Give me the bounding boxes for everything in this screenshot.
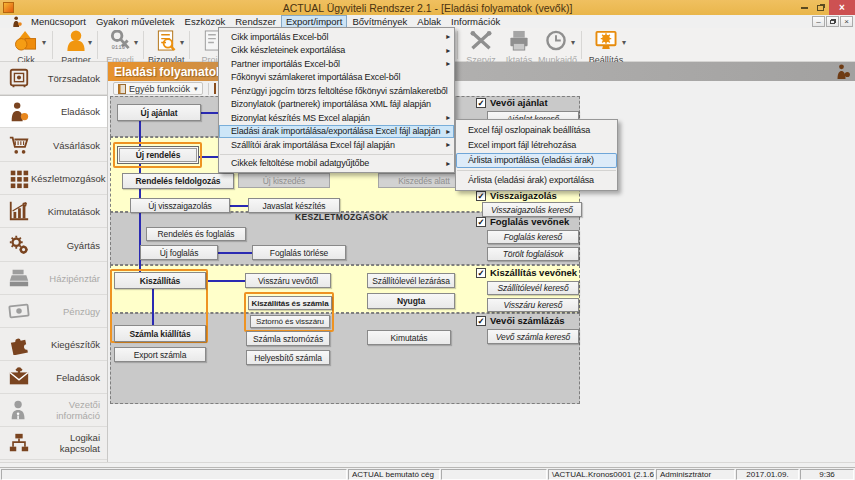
restore-button[interactable] bbox=[813, 0, 828, 15]
menu-item-penzugyi-jogcim[interactable]: Pénzügyi jogcím törzs feltöltése főkönyv… bbox=[219, 84, 454, 98]
bizonylat-dropdown-arrow[interactable]: ▾ bbox=[180, 38, 184, 47]
sidebar-item-vezetoi-informacio[interactable]: Vezetői információ bbox=[0, 394, 107, 427]
org-chart-icon bbox=[7, 432, 31, 454]
foglalas-torlese-button[interactable]: Foglalás törlése bbox=[252, 245, 346, 260]
partner-dropdown-arrow[interactable]: ▾ bbox=[88, 38, 92, 47]
munkaido-dropdown-arrow[interactable]: ▾ bbox=[571, 38, 575, 47]
sidebar-item-hazipenztar[interactable]: Házipénztár bbox=[0, 262, 107, 295]
chart-icon bbox=[7, 200, 31, 222]
titlebar: ACTUAL Ügyviteli Rendszer 2.1 - [Eladási… bbox=[0, 0, 855, 15]
uj-ajanlat-button[interactable]: Új ajánlat bbox=[117, 104, 201, 121]
uj-visszaigazolas-button[interactable]: Új visszaigazolás bbox=[130, 198, 230, 213]
sztorno-es-visszaru-button[interactable]: Sztornó és visszáru bbox=[250, 315, 330, 328]
submenu-item-excel-oszlopok[interactable]: Excel fájl oszlopainak beállítása bbox=[456, 122, 617, 137]
szamla-sztornozas-button[interactable]: Számla sztornózás bbox=[246, 331, 330, 346]
javaslat-keszites-button[interactable]: Javaslat készítés bbox=[248, 198, 340, 213]
submenu-arrow-icon: ▸ bbox=[446, 59, 450, 68]
menu-item-eladasi-arak[interactable]: Eladási árak importálása/exportálása Exc… bbox=[219, 125, 454, 139]
submenu-item-arlista-exportalasa[interactable]: Árlista (eladási árak) exportálása bbox=[456, 173, 617, 188]
sidebar-item-eladasok[interactable]: Eladások bbox=[0, 95, 107, 128]
puzzle-icon bbox=[7, 333, 31, 355]
export-import-submenu: Excel fájl oszlopainak beállítása Excel … bbox=[455, 119, 618, 191]
beallitas-dropdown-arrow[interactable]: ▾ bbox=[622, 38, 626, 47]
menubar-item-menucsoport[interactable]: Menücsoport bbox=[26, 15, 91, 28]
sidebar-item-logikai-kapcsolat[interactable]: Logikai kapcsolat bbox=[0, 427, 107, 460]
cart-icon bbox=[7, 134, 31, 156]
kimutatas-button[interactable]: Kimutatás bbox=[367, 330, 451, 345]
menu-item-bizonylatok-xml[interactable]: Bizonylatok (partnerek) importálása XML … bbox=[219, 98, 454, 112]
menu-item-cikk-importalas[interactable]: Cikk importálás Excel-ből▸ bbox=[219, 30, 454, 44]
toolbar-button-beallitas[interactable]: Beállítás bbox=[588, 30, 624, 65]
sidebar-item-vasarlasok[interactable]: Vásárlások bbox=[0, 129, 107, 162]
toolbar-button-egyedi[interactable]: 0110 Egyedi bbox=[102, 30, 138, 65]
toolbar-button-szerviz[interactable]: Szerviz bbox=[463, 30, 499, 65]
group-title-vevoi-szamlazas: ✓ Vevői számlázás bbox=[476, 315, 580, 326]
kiszallitas-es-szamla-button[interactable]: Kiszállítás és számla bbox=[248, 296, 332, 310]
cikk-dropdown-arrow[interactable]: ▾ bbox=[42, 38, 46, 47]
torolt-foglalasok-button[interactable]: Törölt foglalások bbox=[487, 247, 579, 261]
menu-item-szallitoi-arak[interactable]: Szállítói árak importálása Excel fájl al… bbox=[219, 138, 454, 152]
rendeles-es-foglalas-button[interactable]: Rendelés és foglalás bbox=[146, 227, 246, 241]
visszaru-vevotol-button[interactable]: Visszáru vevőtől bbox=[245, 273, 331, 288]
group-title-kiszallitas-vevonek: ✓ Kiszállítás vevőnek bbox=[476, 267, 580, 278]
menu-item-cikk-keszletek-export[interactable]: Cikk készleteinek exportálása▸ bbox=[219, 44, 454, 58]
checkbox-visszaigazolas[interactable]: ✓ bbox=[476, 191, 486, 201]
sidebar-item-gyartas[interactable]: Gyártás bbox=[0, 229, 107, 262]
minimize-button[interactable] bbox=[797, 0, 812, 15]
egyedi-dropdown-arrow[interactable]: ▾ bbox=[134, 38, 138, 47]
sidebar-item-feladasok[interactable]: Feladások bbox=[0, 361, 107, 394]
uj-rendeles-button[interactable]: Új rendelés bbox=[117, 146, 199, 164]
money-icon bbox=[7, 300, 31, 322]
menu-item-fokonyvi-szamlakeret[interactable]: Főkönyvi számlakeret importálása Excel-b… bbox=[219, 71, 454, 85]
vevo-szamla-kereso-button[interactable]: Vevő számla kereső bbox=[487, 329, 579, 344]
monitor-gear-icon bbox=[594, 30, 618, 51]
toolbar-button-iktatas[interactable]: Iktatás bbox=[501, 30, 537, 65]
mdi-restore-button[interactable] bbox=[826, 16, 839, 27]
uj-foglalas-button[interactable]: Új foglalás bbox=[140, 245, 218, 260]
printer-icon bbox=[507, 30, 531, 51]
export-szamla-button[interactable]: Export számla bbox=[114, 347, 206, 362]
menu-item-bizonylat-ms-excel[interactable]: Bizonylat készítés MS Excel alapján▸ bbox=[219, 111, 454, 125]
checkbox-vevoi-szamlazas[interactable]: ✓ bbox=[476, 316, 486, 326]
other-functions-button[interactable]: Egyéb funkciók ▾ bbox=[113, 82, 203, 95]
checkbox-vevoi-ajanlat[interactable]: ✓ bbox=[476, 98, 486, 108]
statusbar-empty-cell bbox=[441, 469, 547, 480]
submenu-item-excel-import-fajl[interactable]: Excel import fájl létrehozása bbox=[456, 137, 617, 152]
checkbox-kiszallitas-vevonek[interactable]: ✓ bbox=[476, 268, 486, 278]
menu-item-cikkek-mobil[interactable]: Cikkek feltöltése mobil adatgyűjtőbe▸ bbox=[219, 156, 454, 170]
submenu-item-arlista-importalasa[interactable]: Árlista importálása (eladási árak) bbox=[456, 153, 617, 168]
statusbar-time: 9:36 bbox=[800, 469, 854, 480]
sidebar-item-kimutatasok[interactable]: Kimutatások bbox=[0, 195, 107, 228]
szallitolevel-kereso-button[interactable]: Szállítólevél kereső bbox=[487, 281, 579, 295]
sidebar-item-torzsadatok[interactable]: Törzsadatok bbox=[0, 62, 107, 95]
statusbar: ACTUAL bemutató cég \ACTUAL.Kronos0001 (… bbox=[0, 467, 855, 480]
menu-item-partner-importalas[interactable]: Partner importálás Excel-ből▸ bbox=[219, 57, 454, 71]
mdi-close-button[interactable]: × bbox=[840, 16, 853, 27]
key-icon: 0110 bbox=[108, 30, 132, 51]
toolbar-button-munkaido[interactable]: Munkaidő bbox=[538, 30, 574, 65]
foglalas-kereso-button[interactable]: Foglalás kereső bbox=[487, 230, 579, 244]
statusbar-company: ACTUAL bemutató cég bbox=[348, 469, 440, 480]
uj-kiszedes-button[interactable]: Új kiszedés bbox=[238, 173, 330, 188]
book-icon bbox=[118, 84, 126, 94]
szallitolevel-lezarasa-button[interactable]: Szállítólevél lezárása bbox=[367, 273, 455, 288]
rendeles-feldolgozas-button[interactable]: Rendelés feldolgozás bbox=[122, 173, 234, 189]
helyesbito-szamla-button[interactable]: Helyesbítő számla bbox=[246, 350, 330, 365]
kiszallitas-button[interactable]: Kiszállítás bbox=[114, 272, 206, 289]
szamla-kiallitas-button[interactable]: Számla kiállítás bbox=[114, 325, 206, 342]
checkbox-foglalas-vevonek[interactable]: ✓ bbox=[476, 217, 486, 227]
sidebar-item-keszletmozgasok[interactable]: Készletmozgások bbox=[0, 162, 107, 195]
statusbar-user: Adminisztrátor bbox=[656, 469, 735, 480]
menubar-item-gyakori-muveletek[interactable]: Gyakori műveletek bbox=[91, 15, 180, 28]
sidebar-item-penzugy[interactable]: Pénzügy bbox=[0, 295, 107, 328]
sidebar-item-kiegeszitok[interactable]: Kiegészítők bbox=[0, 328, 107, 361]
nyugta-button[interactable]: Nyugta bbox=[367, 293, 455, 309]
visszaru-kereso-button[interactable]: Visszáru kereső bbox=[487, 298, 579, 312]
toolbar-button-cikk[interactable]: Cikk bbox=[8, 30, 44, 65]
close-button[interactable]: × bbox=[829, 0, 855, 15]
visszaigazolas-kereso-button[interactable]: Visszaigazolás kereső bbox=[482, 202, 582, 217]
toolbar-button-bizonylat[interactable]: Bizonylat bbox=[148, 30, 184, 65]
toolbar-button-partner[interactable]: Partner bbox=[58, 30, 94, 65]
submenu-arrow-icon: ▸ bbox=[446, 140, 450, 149]
mdi-minimize-button[interactable]: – bbox=[812, 16, 825, 27]
